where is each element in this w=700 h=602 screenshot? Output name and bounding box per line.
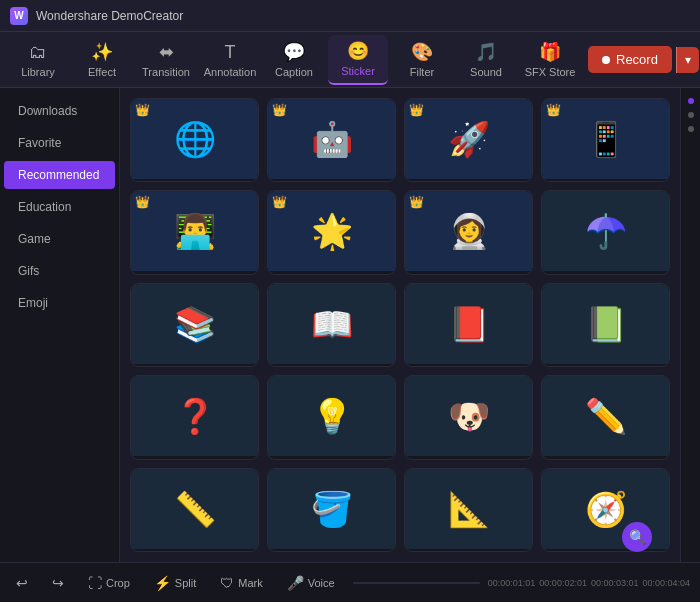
toolbar-item-annotation[interactable]: T Annotation	[200, 35, 260, 85]
crown-badge: 👑	[272, 195, 287, 209]
sidebar-item-gifs[interactable]: Gifs	[4, 257, 115, 285]
crown-badge: 👑	[409, 195, 424, 209]
panel-dot-1	[688, 98, 694, 104]
toolbar-item-caption[interactable]: 💬 Caption	[264, 35, 324, 85]
sticker-item-book3[interactable]: 📖 Book 3	[267, 283, 396, 367]
sticker-emoji-tapemeasure: 📏	[174, 489, 216, 529]
sticker-item-puppy[interactable]: 🐶 Puppy	[404, 375, 533, 459]
toolbar-item-library[interactable]: 🗂 Library	[8, 35, 68, 85]
sticker-label-metaverse4: Metaverse Illustrations 4	[542, 179, 669, 182]
sticker-emoji-book2: 📕	[448, 304, 490, 344]
sticker-thumb-puppy: 🐶	[405, 376, 532, 456]
sticker-item-book4[interactable]: 📚 Book 4	[130, 283, 259, 367]
sticker-label-doubt: Doubt	[131, 456, 258, 459]
sticker-thumb-land: ☂️	[542, 191, 669, 271]
time-marker-1: 00:00:02:01	[539, 578, 587, 588]
sticker-item-book1[interactable]: 📗 Book 1	[541, 283, 670, 367]
toolbar-label-filter: Filter	[410, 66, 434, 78]
split-label: Split	[175, 577, 196, 589]
time-markers: 00:00:01:0100:00:02:0100:00:03:0100:00:0…	[488, 578, 690, 588]
toolbar-label-effect: Effect	[88, 66, 116, 78]
toolbar-label-annotation: Annotation	[204, 66, 257, 78]
sticker-thumb-metaverse5: 👑 👩‍🚀	[405, 191, 532, 271]
sticker-emoji-land: ☂️	[585, 211, 627, 251]
sticker-label-metaverse5: Metaverse Illustrations 5	[405, 271, 532, 274]
sticker-label-pencontainer: Pen container	[268, 549, 395, 552]
sticker-emoji-metaverse7: 🚀	[448, 119, 490, 159]
sticker-label-compasses: Compasses	[542, 549, 669, 552]
toolbar-item-transition[interactable]: ⬌ Transition	[136, 35, 196, 85]
sticker-emoji-metaverse6: 🌐	[174, 119, 216, 159]
sticker-item-metaverse2[interactable]: 👑 👨‍💻 Metaverse Illustrations 2	[130, 190, 259, 274]
split-button[interactable]: ⚡ Split	[148, 572, 202, 594]
sticker-thumb-metaverse6: 👑 🌐	[131, 99, 258, 179]
sticker-item-doubt[interactable]: ❓ Doubt	[130, 375, 259, 459]
filter-icon: 🎨	[411, 41, 433, 63]
timeline-bar[interactable]	[353, 582, 480, 584]
sticker-item-book2[interactable]: 📕 Book 2	[404, 283, 533, 367]
sticker-icon: 😊	[347, 40, 369, 62]
sticker-emoji-book1: 📗	[585, 304, 627, 344]
sidebar-item-downloads[interactable]: Downloads	[4, 97, 115, 125]
panel-dot-3	[688, 126, 694, 132]
sticker-thumb-tapemeasure: 📏	[131, 469, 258, 549]
search-button[interactable]: 🔍	[622, 522, 652, 552]
sticker-thumb-metaverse1: 👑 🌟	[268, 191, 395, 271]
toolbar-item-effect[interactable]: ✨ Effect	[72, 35, 132, 85]
sticker-item-metaverse4[interactable]: 👑 📱 Metaverse Illustrations 4	[541, 98, 670, 182]
crop-icon: ⛶	[88, 575, 102, 591]
sticker-item-bulb[interactable]: 💡 Bulb	[267, 375, 396, 459]
voice-icon: 🎤	[287, 575, 304, 591]
sticker-item-pencontainer[interactable]: 🪣 Pen container	[267, 468, 396, 552]
record-dropdown[interactable]: ▾	[676, 47, 699, 73]
sticker-item-metaverse1[interactable]: 👑 🌟 Metaverse Illustrations 1	[267, 190, 396, 274]
sidebar: DownloadsFavoriteRecommendedEducationGam…	[0, 88, 120, 562]
bottom-bar: ↩ ↪ ⛶ Crop ⚡ Split 🛡 Mark 🎤 Voice 00:00:…	[0, 562, 700, 602]
sticker-emoji-metaverse3: 🤖	[311, 119, 353, 159]
sticker-thumb-book2: 📕	[405, 284, 532, 364]
sticker-thumb-book3: 📖	[268, 284, 395, 364]
sticker-label-land: Land	[542, 271, 669, 274]
main-layout: DownloadsFavoriteRecommendedEducationGam…	[0, 88, 700, 562]
sticker-thumb-metaverse3: 👑 🤖	[268, 99, 395, 179]
sticker-emoji-compasses: 🧭	[585, 489, 627, 529]
undo-button[interactable]: ↩	[10, 572, 34, 594]
panel-dot-2	[688, 112, 694, 118]
sticker-thumb-metaverse2: 👑 👨‍💻	[131, 191, 258, 271]
voice-button[interactable]: 🎤 Voice	[281, 572, 341, 594]
sticker-item-ruler[interactable]: 📐 Ruler	[404, 468, 533, 552]
sidebar-item-education[interactable]: Education	[4, 193, 115, 221]
sticker-thumb-pencontainer: 🪣	[268, 469, 395, 549]
toolbar-item-filter[interactable]: 🎨 Filter	[392, 35, 452, 85]
mark-button[interactable]: 🛡 Mark	[214, 572, 268, 594]
sticker-item-metaverse3[interactable]: 👑 🤖 Metaverse Illustrations 3	[267, 98, 396, 182]
sidebar-item-recommended[interactable]: Recommended	[4, 161, 115, 189]
toolbar-item-sfxstore[interactable]: 🎁 SFX Store	[520, 35, 580, 85]
sticker-item-pencilsharpener[interactable]: ✏️ Pencil sharpener	[541, 375, 670, 459]
sticker-emoji-doubt: ❓	[174, 396, 216, 436]
sticker-thumb-bulb: 💡	[268, 376, 395, 456]
sidebar-item-emoji[interactable]: Emoji	[4, 289, 115, 317]
sticker-item-tapemeasure[interactable]: 📏 Tape measure	[130, 468, 259, 552]
redo-button[interactable]: ↪	[46, 572, 70, 594]
sticker-thumb-metaverse7: 👑 🚀	[405, 99, 532, 179]
crop-button[interactable]: ⛶ Crop	[82, 572, 136, 594]
sticker-label-book3: Book 3	[268, 364, 395, 367]
sticker-grid: 👑 🌐 Metaverse Illustrations 6 👑 🤖 Metave…	[120, 88, 680, 562]
sticker-item-metaverse7[interactable]: 👑 🚀 Metaverse Illustrations 7	[404, 98, 533, 182]
toolbar-item-sticker[interactable]: 😊 Sticker	[328, 35, 388, 85]
record-button[interactable]: Record	[588, 46, 672, 73]
record-label: Record	[616, 52, 658, 67]
sidebar-item-game[interactable]: Game	[4, 225, 115, 253]
sticker-item-land[interactable]: ☂️ Land	[541, 190, 670, 274]
sidebar-item-favorite[interactable]: Favorite	[4, 129, 115, 157]
sticker-emoji-puppy: 🐶	[448, 396, 490, 436]
sticker-item-metaverse6[interactable]: 👑 🌐 Metaverse Illustrations 6	[130, 98, 259, 182]
sticker-item-metaverse5[interactable]: 👑 👩‍🚀 Metaverse Illustrations 5	[404, 190, 533, 274]
toolbar-item-sound[interactable]: 🎵 Sound	[456, 35, 516, 85]
app-title: Wondershare DemoCreator	[36, 9, 183, 23]
sticker-emoji-metaverse4: 📱	[585, 119, 627, 159]
crown-badge: 👑	[546, 103, 561, 117]
toolbar-label-sfxstore: SFX Store	[525, 66, 576, 78]
time-marker-2: 00:00:03:01	[591, 578, 639, 588]
